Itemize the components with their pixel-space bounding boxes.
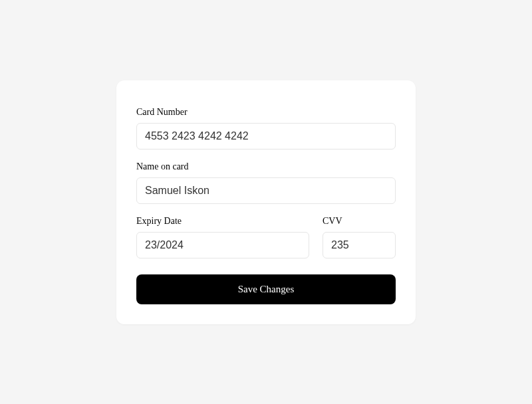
- expiry-date-input[interactable]: [136, 232, 309, 258]
- cvv-input[interactable]: [323, 232, 396, 258]
- card-number-label: Card Number: [136, 107, 396, 118]
- payment-card-form: Card Number Name on card Expiry Date CVV…: [116, 80, 416, 324]
- card-number-field: Card Number: [136, 107, 396, 150]
- name-on-card-field: Name on card: [136, 161, 396, 204]
- cvv-field: CVV: [323, 216, 396, 258]
- name-on-card-input[interactable]: [136, 177, 396, 204]
- expiry-date-label: Expiry Date: [136, 216, 309, 227]
- name-on-card-label: Name on card: [136, 161, 396, 172]
- cvv-label: CVV: [323, 216, 396, 227]
- expiry-cvv-row: Expiry Date CVV: [136, 216, 396, 270]
- save-button[interactable]: Save Changes: [136, 274, 396, 304]
- card-number-input[interactable]: [136, 123, 396, 150]
- expiry-date-field: Expiry Date: [136, 216, 309, 258]
